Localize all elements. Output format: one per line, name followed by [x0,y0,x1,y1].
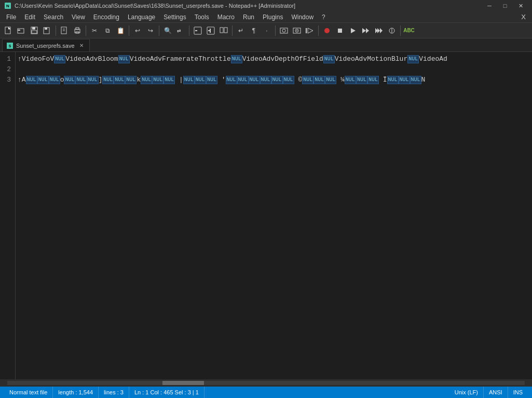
menu-language[interactable]: Language [124,12,159,22]
toolbar-cut[interactable]: ✂ [88,24,101,37]
nul-box: NUL [118,55,130,63]
toolbar-redo[interactable]: ↪ [144,24,157,37]
nul-box: NUL [152,76,163,84]
tab-bar: S Sunset_userprefs.save ✕ [0,38,532,52]
menu-file[interactable]: File [2,12,20,22]
toolbar-save[interactable] [28,24,40,37]
toolbar-sep-2 [86,25,86,36]
toolbar-replace[interactable]: ⇄ [174,24,187,37]
app-icon: N [4,2,11,9]
menu-run[interactable]: Run [239,12,258,22]
nul-box: NUL [37,76,49,84]
scrollbar-thumb[interactable] [162,381,204,385]
toolbar-wrap[interactable]: ↵ [235,24,247,37]
status-bar: Normal text file length : 1,544 lines : … [0,387,532,398]
admin-close-x[interactable]: X [517,12,530,22]
nul-box: NUL [206,76,217,84]
toolbar-macro2[interactable] [291,24,303,37]
nul-box: NUL [114,76,125,84]
menu-plugins[interactable]: Plugins [258,12,287,22]
toolbar-copy[interactable]: ⧉ [101,24,114,37]
svg-rect-10 [45,29,46,29]
line-number-2: 2 [2,64,11,75]
nul-box: NUL [283,76,294,84]
svg-marker-35 [362,28,366,33]
editor-content[interactable]: ↑VideoFoVNULVideoAdvBloomNULVideoAdvFram… [16,52,532,379]
scrollbar-track[interactable] [7,381,525,385]
nul-box: NUL [399,76,410,84]
title-bar: N C:\Users\Kevin Sesario\AppData\Local\S… [0,0,532,11]
restore-button[interactable]: □ [498,1,512,11]
toolbar-record[interactable] [321,24,333,37]
toolbar-play[interactable] [347,24,359,37]
svg-marker-38 [377,28,380,33]
toolbar-whitespace[interactable]: · [261,24,273,37]
toolbar-indent[interactable]: ¶ [248,24,260,37]
editor-area: 1 2 3 ↑VideoFoVNULVideoAdvBloomNULVideoA… [0,52,532,379]
menu-macro[interactable]: Macro [213,12,239,22]
nul-box: NUL [410,76,421,84]
nul-box: NUL [64,76,75,84]
tab-file[interactable]: S Sunset_userprefs.save ✕ [2,39,90,51]
svg-text:⇄: ⇄ [177,28,181,33]
toolbar-new[interactable] [2,24,15,37]
line-numbers: 1 2 3 [0,52,16,379]
status-line-ending: Unix (LF) [449,387,484,398]
svg-rect-6 [32,27,35,30]
toolbar-macro3[interactable] [304,24,316,37]
toolbar-sep-9 [400,25,401,36]
nul-box: NUL [163,76,175,84]
svg-rect-4 [18,30,20,31]
toolbar-macro1[interactable] [278,24,290,37]
toolbar-abc[interactable]: ABC [403,24,415,37]
svg-marker-30 [308,28,313,33]
nul-box: NUL [325,76,336,84]
nul-box: NUL [102,76,114,84]
horizontal-scrollbar[interactable] [0,379,532,387]
menu-window[interactable]: Window [287,12,318,22]
menu-bar: File Edit Search View Encoding Language … [0,11,532,23]
toolbar-play-multi[interactable] [360,24,372,37]
toolbar-sep-6 [232,25,233,36]
nul-box: NUL [323,55,335,63]
svg-rect-9 [45,28,47,30]
nul-box: NUL [387,76,399,84]
close-button[interactable]: ✕ [513,1,528,11]
toolbar-save-all[interactable] [41,24,53,37]
toolbar-sep-4 [159,25,159,36]
toolbar-paste[interactable]: 📋 [114,24,127,37]
menu-settings[interactable]: Settings [159,12,190,22]
nul-box: NUL [26,76,37,84]
title-bar-left: N C:\Users\Kevin Sesario\AppData\Local\S… [4,2,295,9]
toolbar-close[interactable] [58,24,71,37]
nul-box: NUL [249,76,260,84]
menu-search[interactable]: Search [39,12,67,22]
toolbar-find[interactable]: 🔍 [161,24,174,37]
nul-box: NUL [141,76,152,84]
menu-tools[interactable]: Tools [190,12,213,22]
toolbar-save-macro[interactable] [386,24,398,37]
nul-box: NUL [345,76,356,84]
toolbar-print[interactable] [71,24,84,37]
toolbar-stop[interactable] [334,24,346,37]
svg-rect-24 [224,28,227,33]
status-file-type: Normal text file [4,387,53,398]
nul-box: NUL [75,76,87,84]
toolbar-open[interactable] [15,24,28,37]
toolbar-sep-5 [189,25,189,36]
minimize-button[interactable]: ─ [482,1,497,11]
menu-edit[interactable]: Edit [20,12,39,22]
nul-box: NUL [54,55,65,63]
menu-help[interactable]: ? [318,12,330,22]
tab-close-button[interactable]: ✕ [78,42,85,49]
toolbar-undo[interactable]: ↩ [131,24,144,37]
tab-file-icon: S [7,43,13,49]
menu-encoding[interactable]: Encoding [89,12,124,22]
menu-view[interactable]: View [67,12,89,22]
svg-text:N: N [6,4,9,8]
toolbar-play-all[interactable] [373,24,385,37]
svg-marker-34 [351,28,356,33]
toolbar-zoom-out[interactable] [204,24,217,37]
toolbar-zoom-in[interactable] [192,24,204,37]
toolbar-sync-scroll[interactable] [217,24,230,37]
